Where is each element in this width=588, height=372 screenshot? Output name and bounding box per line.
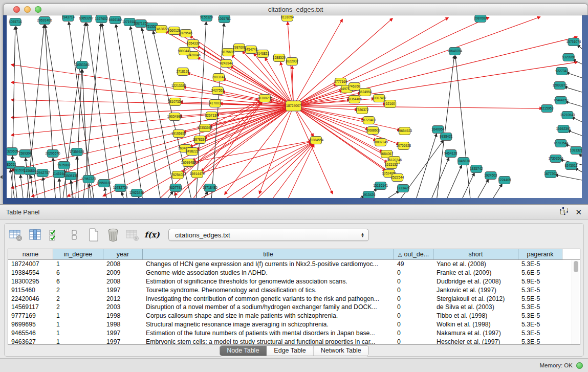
table-row[interactable]: 946554611997Estimation of the future num… [8, 329, 580, 337]
graph-node[interactable]: 8498222 [186, 148, 199, 156]
table-row[interactable]: 969969511998Structural magnetic resonanc… [8, 320, 580, 329]
close-window-icon[interactable] [13, 6, 20, 13]
table-row[interactable]: 1456911722003Disruption of a novel membe… [8, 303, 580, 312]
table-row[interactable]: 946362711997Embryonic stem cells: a mode… [8, 337, 580, 344]
graph-node[interactable]: 1943714 [61, 15, 75, 21]
graph-node[interactable]: 2522544 [391, 174, 404, 182]
graph-node[interactable]: 12213383 [171, 82, 186, 90]
graph-node[interactable]: 1083321 [570, 147, 582, 155]
graph-node[interactable]: 9242844 [220, 60, 233, 68]
graph-node[interactable]: 9938421 [440, 133, 453, 141]
graph-node[interactable]: 19718485 [203, 184, 217, 192]
column-header-in_degree[interactable]: in_degree [53, 249, 103, 259]
graph-node[interactable]: 19166829 [171, 130, 186, 138]
column-header-title[interactable]: title [143, 249, 394, 259]
graph-node[interactable]: 18724007 [286, 101, 301, 111]
graph-node[interactable]: 1640954 [431, 126, 445, 134]
graph-node[interactable]: 9777169 [334, 78, 347, 86]
graph-node[interactable]: 1527602 [95, 15, 108, 23]
table-row[interactable]: 1872400712008Changes of HCN gene express… [8, 260, 580, 269]
graph-node[interactable]: 8454749 [245, 46, 258, 54]
graph-node[interactable]: 7625402 [171, 171, 185, 179]
graph-node[interactable]: 12703544 [553, 140, 568, 147]
column-header-name[interactable]: name [8, 249, 53, 259]
column-header-pagerank[interactable]: pagerank [518, 249, 562, 259]
graph-node[interactable]: 3822037 [286, 58, 299, 65]
graph-node[interactable]: 2987608 [233, 44, 246, 52]
graph-node[interactable]: 21053346 [75, 61, 90, 69]
graph-node[interactable]: 1654339 [187, 40, 200, 48]
graph-node[interactable]: 13958187 [97, 180, 112, 187]
graph-node[interactable]: 17957223 [81, 176, 96, 183]
vertical-scrollbar[interactable] [572, 260, 579, 344]
column-header-year[interactable]: year [103, 249, 143, 259]
graph-node[interactable]: 20206576 [46, 150, 60, 158]
graph-node[interactable]: 3427552 [211, 87, 225, 95]
graph-node[interactable]: 16914479 [190, 170, 205, 178]
graph-node[interactable]: 18300295 [257, 95, 272, 102]
graph-node[interactable]: 8267130 [205, 112, 219, 120]
graph-node[interactable]: 1588520 [273, 54, 286, 62]
graph-node[interactable]: 16210643 [560, 112, 575, 119]
graph-node[interactable]: 19384554 [309, 137, 323, 144]
graph-node[interactable]: 17359924 [70, 148, 84, 156]
graph-node[interactable]: 15751074 [567, 38, 581, 46]
graph-node[interactable]: 10756928 [396, 142, 411, 150]
window-titlebar[interactable]: citations_edges.txt [3, 4, 588, 15]
graph-node[interactable]: 12353593 [198, 124, 212, 132]
graph-node[interactable]: 6466160 [109, 16, 122, 24]
graph-node[interactable]: 9245012 [564, 162, 578, 170]
graph-node[interactable]: 3624554 [359, 89, 372, 96]
graph-node[interactable]: 16099488 [181, 159, 196, 167]
table-row[interactable]: 1938455462009Genome-wide association stu… [8, 269, 580, 277]
graph-node[interactable]: 12923446 [129, 189, 144, 197]
graph-node[interactable]: 9660128 [168, 27, 181, 35]
graph-node[interactable]: 10688609 [365, 127, 380, 135]
graph-node[interactable]: 9875685 [222, 49, 235, 56]
graph-node[interactable]: 2803144 [212, 74, 226, 81]
graph-node[interactable]: 746266 [349, 83, 360, 91]
graph-node[interactable]: 7386372 [356, 106, 369, 114]
citation-graph[interactable]: 4055714206914061943714106532871527602646… [7, 15, 582, 198]
panel-collapse-arrow-icon[interactable] [0, 175, 3, 179]
graph-node[interactable]: 2087682 [474, 15, 487, 23]
graph-node[interactable]: 9227342 [555, 68, 569, 75]
graph-node[interactable]: 16782759 [113, 184, 128, 192]
graph-node[interactable]: 1615132 [385, 161, 398, 169]
graph-node[interactable]: 62160 [385, 100, 396, 108]
select-columns-icon[interactable] [48, 227, 62, 243]
table-selector-dropdown[interactable]: citations_edges.txt ▲▼ [168, 229, 369, 241]
scrollbar-thumb[interactable] [574, 261, 578, 272]
graph-node[interactable]: 1913426 [362, 191, 376, 199]
graph-node[interactable]: 18807249 [373, 139, 388, 146]
new-table-icon[interactable] [86, 227, 101, 243]
table-row[interactable]: 1830029562008Estimation of significance … [8, 277, 580, 286]
memory-ok-led-icon[interactable] [576, 362, 583, 369]
row-height-icon[interactable] [67, 227, 81, 243]
graph-node[interactable]: 9975887 [57, 162, 71, 169]
column-header-short[interactable]: short [433, 249, 518, 259]
graph-node[interactable]: 9657791 [169, 184, 183, 192]
graph-node[interactable]: 10653287 [79, 15, 94, 23]
graph-node[interactable]: 8131054 [281, 15, 294, 21]
graph-node[interactable]: 2718126 [177, 68, 190, 76]
graph-node[interactable]: 8215953 [540, 105, 554, 113]
float-panel-icon[interactable] [560, 207, 568, 217]
table-row[interactable]: 2242004622012Investigating the contribut… [8, 294, 580, 303]
graph-node[interactable]: 12444150 [553, 97, 568, 104]
column-header-out_de[interactable]: △out_de... [394, 249, 433, 259]
graph-node[interactable]: 19654983 [167, 113, 182, 121]
graph-node[interactable]: 9329966 [562, 54, 575, 61]
graph-node[interactable]: 9129545 [180, 30, 193, 37]
graph-node[interactable]: 1924503 [484, 172, 497, 180]
graph-node[interactable]: 15692391 [556, 125, 571, 133]
graph-node[interactable]: 10807487 [372, 95, 386, 102]
table-row[interactable]: 911546021997Tourette syndrome. Phenomeno… [8, 286, 580, 294]
graph-node[interactable]: 9156320 [200, 15, 213, 21]
close-panel-icon[interactable]: ✕ [575, 208, 582, 216]
graph-node[interactable]: 9890441 [178, 48, 191, 55]
graph-node[interactable]: 20364486 [347, 96, 362, 103]
graph-node[interactable]: 1733426 [397, 185, 410, 192]
graph-node[interactable]: 12942757 [35, 169, 50, 177]
graph-node[interactable]: 16648784 [447, 48, 462, 55]
